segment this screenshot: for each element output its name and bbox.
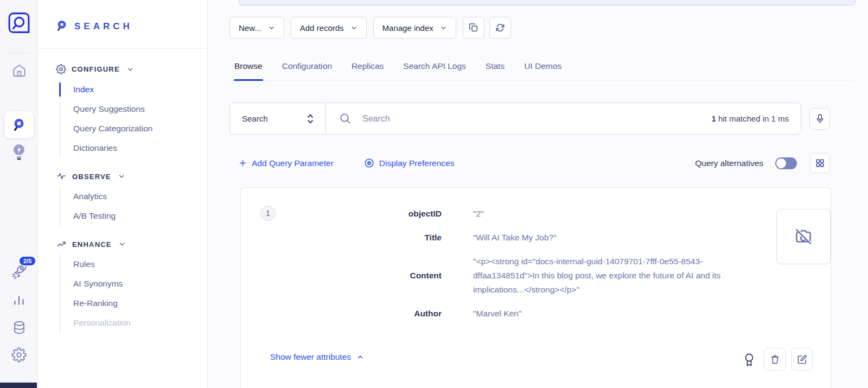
home-icon[interactable] [0,63,38,78]
index-selector-partial [239,0,856,5]
settings-gear-icon[interactable] [0,347,38,362]
tab-stats[interactable]: Stats [486,55,505,80]
sidebar-item-ai-synonyms[interactable]: AI Synonyms [60,274,207,294]
usage-badge: 2/5 [18,256,36,266]
image-preview-placeholder[interactable] [776,209,831,264]
section-configure-header[interactable]: CONFIGURE [56,64,207,74]
sidebar-title: SEARCH [74,21,133,32]
section-observe-header[interactable]: OBSERVE [56,171,207,181]
index-tabs: Browse Configuration Replicas Search API… [229,54,853,81]
add-records-label: Add records [300,23,344,33]
database-icon[interactable] [0,320,38,335]
refresh-icon [495,22,506,33]
chevron-down-icon [118,173,125,180]
configure-gear-icon [56,64,66,74]
new-button[interactable]: New... [229,17,284,39]
sidebar-item-index[interactable]: Index [60,80,207,99]
hits-text: hit matched in 1 ms [716,114,789,123]
search-product-icon [56,20,68,33]
search-filled-icon [11,117,27,133]
chevron-down-icon [118,240,126,248]
search-scope-value: Search [242,114,268,123]
grid-view-button[interactable] [810,153,830,173]
eye-icon [364,158,374,168]
icon-rail: 2/5 [0,0,38,388]
sidebar-item-query-categorization[interactable]: Query Categorization [60,119,207,138]
tab-configuration[interactable]: Configuration [282,55,332,80]
bar-chart-icon[interactable] [0,293,38,307]
section-enhance-header[interactable]: ENHANCE [56,239,207,249]
show-fewer-attributes-button[interactable]: Show fewer attributes [270,352,364,362]
rail-bottom-strip [0,383,37,388]
search-scope-select[interactable]: Search [230,103,326,134]
sidebar-item-ab-testing[interactable]: A/B Testing [60,206,207,226]
attribute-row-objectid: objectID "2" [241,207,757,221]
section-configure-label: CONFIGURE [72,65,120,73]
sidebar-item-analytics[interactable]: Analytics [60,187,207,206]
display-preferences-button[interactable]: Display Preferences [364,158,455,168]
edit-record-button[interactable] [791,348,813,371]
tab-replicas[interactable]: Replicas [352,55,384,80]
edit-icon [797,354,807,365]
sidebar-item-dictionaries[interactable]: Dictionaries [60,138,207,158]
rail-search-active-tile[interactable] [4,111,34,138]
sidebar-header: SEARCH [38,0,208,49]
tab-browse[interactable]: Browse [234,55,263,80]
trending-up-icon [56,239,67,249]
attribute-value: "Will AI Take My Job?" [473,231,757,245]
trash-icon [770,354,780,365]
voice-search-button[interactable] [809,108,830,130]
delete-record-button[interactable] [764,348,786,371]
manage-index-label: Manage index [382,23,433,33]
index-toolbar: New... Add records Manage index [229,17,511,39]
microphone-icon [815,113,825,125]
sidebar-item-personalization[interactable]: Personalization [60,313,207,333]
add-records-button[interactable]: Add records [291,17,367,39]
attribute-row-title: Title "Will AI Take My Job?" [241,231,757,245]
toggle-knob [776,158,786,168]
display-preferences-label: Display Preferences [379,158,455,168]
chevron-down-icon [268,24,275,31]
tab-search-api-logs[interactable]: Search API Logs [403,55,465,80]
chevron-down-icon [126,66,134,73]
copy-icon [468,22,479,33]
rail-divider [7,53,31,53]
search-sidebar: SEARCH CONFIGURE Index Query Suggestions… [38,0,208,388]
ranking-info-button[interactable] [743,352,757,367]
hit-card-footer: Show fewer attributes [241,348,831,373]
recommend-bulb-icon[interactable] [0,143,38,160]
search-bar: Search 1 hit matched in 1 ms [229,103,801,135]
attribute-name: Content [241,269,442,283]
attribute-value: "2" [473,207,757,221]
hits-summary: 1 hit matched in 1 ms [711,114,789,123]
hits-count: 1 [711,114,716,123]
query-alternatives-label: Query alternatives [695,158,763,168]
hit-card: 1 objectID "2" Title "Will AI Take My Jo… [240,187,831,388]
show-fewer-attributes-label: Show fewer attributes [270,352,351,362]
tab-ui-demos[interactable]: UI Demos [524,55,561,80]
plus-icon [239,159,247,167]
search-input[interactable] [362,114,700,124]
copy-button[interactable] [463,17,484,39]
updown-chevrons-icon [306,113,315,125]
sidebar-item-query-suggestions[interactable]: Query Suggestions [60,99,207,119]
main-content: New... Add records Manage index [208,0,868,388]
algolia-dashboard: 2/5 [0,0,868,388]
algolia-logo-icon[interactable] [7,11,31,35]
chevron-down-icon [350,24,358,31]
add-query-parameter-button[interactable]: Add Query Parameter [239,158,334,168]
manage-index-button[interactable]: Manage index [373,17,456,39]
refresh-button[interactable] [489,17,511,39]
section-observe-label: OBSERVE [72,173,111,181]
attribute-row-author: Author "Marvel Ken" [241,307,757,321]
attribute-name: Title [241,231,442,245]
sidebar-item-rules[interactable]: Rules [60,255,207,274]
query-alternatives-toggle[interactable] [775,157,797,169]
hit-attributes: objectID "2" Title "Will AI Take My Job?… [241,207,757,330]
pulse-icon [56,171,67,181]
sidebar-item-re-ranking[interactable]: Re-Ranking [60,294,207,313]
section-observe: OBSERVE Analytics A/B Testing [56,171,207,226]
attribute-row-content: Content "<p><strong id="docs-internal-gu… [241,255,757,297]
attribute-name: Author [241,307,442,321]
chevron-up-icon [356,353,364,361]
